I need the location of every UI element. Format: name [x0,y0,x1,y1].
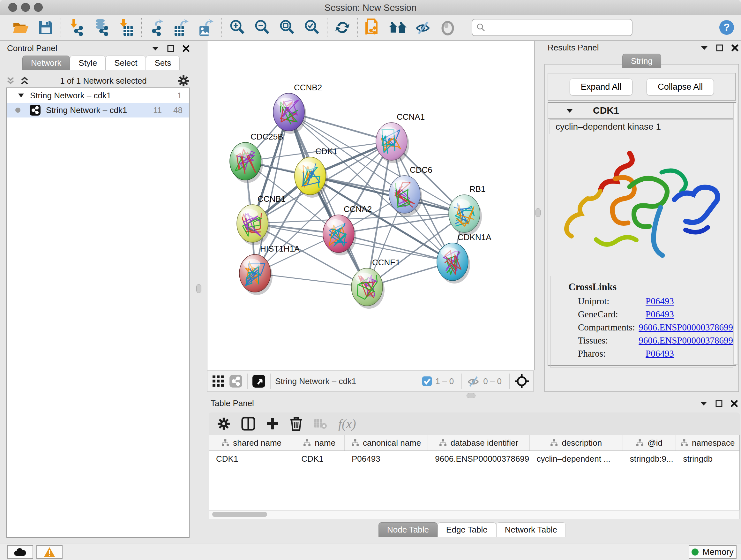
share-document-button[interactable] [360,16,386,39]
table-cell[interactable]: 9606.ENSP00000378699 [428,451,529,466]
warnings-button[interactable] [37,545,63,559]
table-cell[interactable]: cyclin–dependent ... [530,451,623,466]
cloud-status-button[interactable] [7,545,33,559]
zoom-in-button[interactable] [225,16,250,39]
table-row[interactable]: CDK1CDK1P064939606.ENSP00000378699cyclin… [209,451,739,466]
table-cell[interactable]: stringdb:9... [623,451,676,466]
import-table-button[interactable] [114,16,138,39]
panel-float-icon[interactable] [716,400,723,407]
collapse-all-networks-icon[interactable] [20,76,29,85]
panel-menu-icon[interactable] [701,46,708,50]
crosslink-row: Uniprot: P06493 [578,296,733,307]
tab-sets[interactable]: Sets [146,56,180,70]
zoom-out-button[interactable] [250,16,274,39]
table-cell[interactable]: P06493 [345,451,428,466]
network-collection-row[interactable]: String Network – cdk1 1 [7,88,189,103]
panel-close-icon[interactable] [183,45,190,52]
column-header-description[interactable]: description [530,435,623,450]
network-options-gear-icon[interactable] [178,75,190,87]
network-node-CDKN1A[interactable]: CDKN1A [437,233,491,284]
string-network-graph[interactable]: CCNB2CCNA1CDC25BCDK1CDC6RB1CCNB1CCNA2CDK… [207,41,534,370]
column-header-database-identifier[interactable]: database identifier [428,435,529,450]
column-header-namespace[interactable]: namespace [676,435,739,450]
bottom-splitter-grip[interactable] [467,393,475,398]
tab-select[interactable]: Select [106,56,146,70]
table-cell[interactable]: CDK1 [294,451,345,466]
crosslink-compartments-link[interactable]: 9606.ENSP00000378699 [638,322,733,333]
selected-checkbox-icon[interactable] [422,376,432,386]
tab-network-table[interactable]: Network Table [496,522,566,537]
column-header-shared-name[interactable]: shared name [209,435,294,450]
crosslink-genecard-link[interactable]: P06493 [646,309,674,320]
hidden-items-icon[interactable] [467,374,480,388]
expand-all-networks-icon[interactable] [6,76,15,85]
tab-node-table[interactable]: Node Table [379,522,437,537]
crosslink-pharos-link[interactable]: P06493 [646,348,674,359]
protein-card-header[interactable]: CDK1 [548,103,735,119]
collection-network-count: 1 [178,91,182,101]
tab-edge-table[interactable]: Edge Table [437,522,496,537]
panel-float-icon[interactable] [716,44,723,51]
panel-menu-icon[interactable] [152,46,159,51]
tab-string-results[interactable]: String [622,54,661,68]
collapse-all-button[interactable]: Collapse All [647,78,714,96]
scrollbar-thumb[interactable] [212,512,267,517]
show-all-button[interactable] [435,16,460,39]
tab-style[interactable]: Style [70,56,106,70]
panel-menu-icon[interactable] [700,401,707,406]
delete-column-trash-icon[interactable] [290,417,302,431]
network-view-canvas[interactable]: CCNB2CCNA1CDC25BCDK1CDC6RB1CCNB1CCNA2CDK… [207,41,535,370]
help-button[interactable]: ? [714,16,739,39]
tab-network[interactable]: Network [22,56,70,70]
memory-status-button[interactable]: Memory [689,545,737,559]
export-network-button[interactable] [144,16,169,39]
import-network-file-button[interactable] [64,16,89,39]
network-node-CDK1[interactable]: CDK1 [294,146,337,198]
results-scrollbar[interactable] [733,103,738,365]
export-image-button[interactable] [194,16,219,39]
network-row[interactable]: String Network – cdk1 11 48 [7,103,189,118]
panel-close-icon[interactable] [731,400,738,407]
save-session-button[interactable] [33,16,58,39]
control-panel-tabs: Network Style Select Sets [22,56,180,70]
show-columns-icon[interactable] [241,417,255,431]
table-horizontal-scrollbar[interactable] [209,510,740,519]
zoom-selected-button[interactable] [299,16,324,39]
open-session-button[interactable] [8,16,33,39]
protein-expander-icon[interactable] [566,108,573,113]
panel-close-icon[interactable] [731,44,738,51]
right-splitter-grip[interactable] [536,208,541,217]
export-table-button[interactable] [169,16,194,39]
add-column-plus-icon[interactable] [266,417,279,430]
refresh-button[interactable] [330,16,355,39]
delete-table-icon [313,418,327,429]
birdseye-grid-icon[interactable] [212,375,225,388]
network-node-RB1[interactable]: RB1 [449,184,486,235]
network-node-CCNA1[interactable]: CCNA1 [376,112,425,163]
table-cell[interactable]: stringdb [676,451,739,466]
table-cell[interactable]: CDK1 [209,451,294,466]
network-node-HIST1H1A[interactable]: HIST1H1A [239,244,300,295]
application-window: Session: New Session [0,0,741,560]
table-options-gear-icon[interactable] [217,417,230,430]
zoom-fit-button[interactable] [274,16,299,39]
open-in-window-icon[interactable] [252,374,266,388]
network-node-CCNE1[interactable]: CCNE1 [351,258,400,309]
fit-selected-crosshair-icon[interactable] [515,374,529,388]
collection-expander-icon[interactable] [18,93,24,98]
search-field[interactable] [472,19,632,36]
crosslink-uniprot-link[interactable]: P06493 [646,296,674,307]
home-button[interactable] [386,16,410,39]
left-splitter-grip[interactable] [196,284,201,293]
network-badge-gray-icon[interactable] [229,374,243,388]
import-network-database-button[interactable] [89,16,114,39]
crosslink-tissues-link[interactable]: 9606.ENSP00000378699 [638,335,733,346]
expand-all-button[interactable]: Expand All [569,78,633,96]
search-input[interactable] [488,21,632,34]
panel-float-icon[interactable] [167,45,174,52]
column-header-canonical-name[interactable]: canonical name [345,435,428,450]
hide-selected-button[interactable] [410,16,435,39]
column-header-name[interactable]: name [294,435,345,450]
column-header--id[interactable]: @id [623,435,676,450]
network-node-CCNB2[interactable]: CCNB2 [273,83,322,134]
